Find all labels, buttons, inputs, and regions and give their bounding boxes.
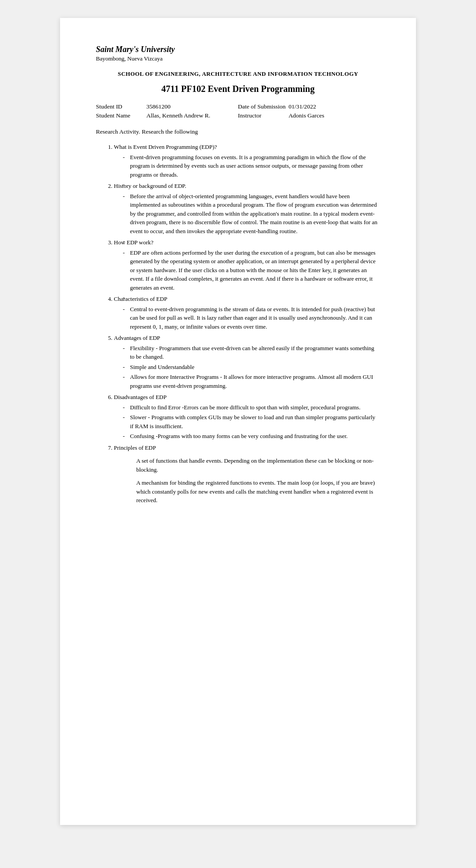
sub-list-item: Allows for more Interactive Programs - I…: [123, 373, 380, 390]
school-name: SCHOOL OF ENGINEERING, ARCHITECTURE AND …: [96, 70, 380, 78]
item-heading: Principles of EDP: [114, 443, 380, 452]
student-info-table: Student ID 35861200 Date of Submission 0…: [96, 102, 380, 120]
list-item: Principles of EDPA set of functions that…: [114, 443, 380, 505]
instructor-label: Instructor: [238, 111, 289, 120]
sub-list-item: Simple and Understandable: [123, 363, 380, 372]
sub-list-item: Slower - Programs with complex GUIs may …: [123, 413, 380, 430]
content-area: What is Event Driven Programming (EDP)?E…: [96, 143, 380, 505]
date-of-submission-label: Date of Submission: [238, 102, 289, 111]
university-name: Saint Mary's University: [96, 45, 380, 54]
date-of-submission-value: 01/31/2022: [289, 102, 380, 111]
student-name-label: Student Name: [96, 111, 146, 120]
sub-list: Flexibility - Programmers that use event…: [123, 344, 380, 391]
sub-list-item: Difficult to find Error -Errors can be m…: [123, 403, 380, 412]
student-id-label: Student ID: [96, 102, 146, 111]
instructor-value: Adonis Garces: [289, 111, 380, 120]
sub-list: Difficult to find Error -Errors can be m…: [123, 403, 380, 441]
item-heading: History or background of EDP.: [114, 182, 380, 191]
list-item: Disadvantages of EDPDifficult to find Er…: [114, 393, 380, 441]
document-page: Saint Mary's University Bayombong, Nueva…: [60, 18, 416, 825]
student-name-value: Allas, Kenneth Andrew R.: [146, 111, 238, 120]
sub-list: Central to event-driven programming is t…: [123, 305, 380, 331]
activity-title: Research Activity. Research the followin…: [96, 128, 380, 135]
course-title: 4711 PF102 Event Driven Programming: [96, 84, 380, 94]
sub-list: Event-driven programming focuses on even…: [123, 153, 380, 179]
sub-list-item: Before the arrival of object-oriented pr…: [123, 192, 380, 236]
item-heading: What is Event Driven Programming (EDP)?: [114, 143, 380, 152]
list-item: How EDP work?EDP are often actions perfo…: [114, 238, 380, 292]
sub-list-item: Confusing -Programs with too many forms …: [123, 432, 380, 441]
sub-list-item: EDP are often actions performed by the u…: [123, 248, 380, 292]
paragraph-block: A set of functions that handle events. D…: [136, 456, 380, 474]
sub-list: EDP are often actions performed by the u…: [123, 248, 380, 292]
list-item: Characteristics of EDPCentral to event-d…: [114, 295, 380, 331]
list-item: What is Event Driven Programming (EDP)?E…: [114, 143, 380, 179]
item-heading: Disadvantages of EDP: [114, 393, 380, 402]
main-list: What is Event Driven Programming (EDP)?E…: [109, 143, 380, 505]
sub-list: Before the arrival of object-oriented pr…: [123, 192, 380, 236]
university-address: Bayombong, Nueva Vizcaya: [96, 55, 380, 62]
item-heading: Characteristics of EDP: [114, 295, 380, 304]
item-heading: How EDP work?: [114, 238, 380, 247]
item-heading: Advantages of EDP: [114, 334, 380, 343]
sub-list-item: Central to event-driven programming is t…: [123, 305, 380, 331]
paragraph-block: A mechanism for binding the registered f…: [136, 478, 380, 505]
sub-list-item: Flexibility - Programmers that use event…: [123, 344, 380, 361]
list-item: Advantages of EDPFlexibility - Programme…: [114, 334, 380, 390]
student-id-value: 35861200: [146, 102, 238, 111]
list-item: History or background of EDP.Before the …: [114, 182, 380, 235]
sub-list-item: Event-driven programming focuses on even…: [123, 153, 380, 179]
